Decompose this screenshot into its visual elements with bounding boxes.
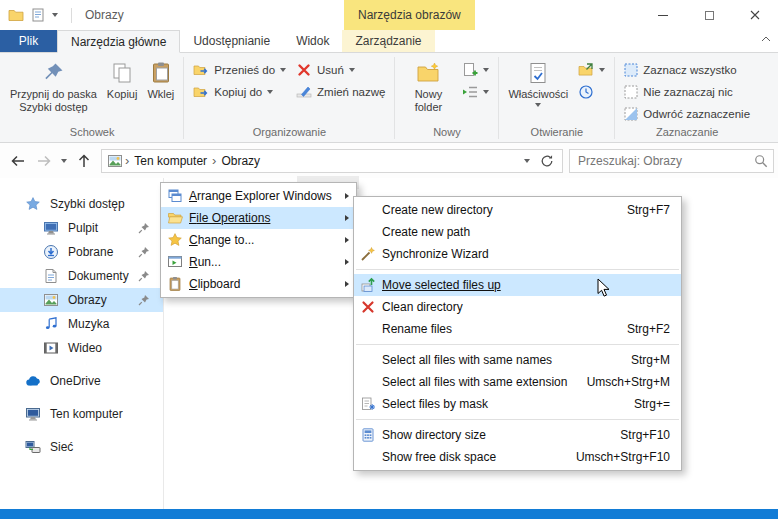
- submenu-item-rename-files[interactable]: Rename files Strg+F2: [354, 318, 681, 340]
- close-icon: [750, 10, 760, 20]
- submenu-item-move-selected-files-up[interactable]: Move selected files up: [354, 274, 681, 296]
- ribbon-group-new: Nowy folder Nowy: [396, 54, 497, 142]
- sidebar-item-this-pc[interactable]: Ten komputer: [0, 402, 163, 426]
- dropdown-arrow-icon: [267, 90, 273, 94]
- rename-button[interactable]: Zmień nazwę: [291, 81, 390, 103]
- move-to-button[interactable]: Przenieś do: [188, 59, 291, 81]
- ribbon: Przypnij do paskaSzybki dostęp Kopiuj Wk…: [0, 53, 778, 143]
- search-input[interactable]: [578, 154, 754, 168]
- pin-icon: [138, 294, 150, 306]
- folder-icon: [8, 7, 24, 23]
- desktop-icon: [43, 220, 59, 236]
- menu-item-run[interactable]: Run...: [161, 251, 356, 273]
- pictures-folder-icon: [107, 153, 123, 169]
- sidebar-item-quick-access[interactable]: Szybki dostęp: [0, 192, 163, 216]
- address-dropdown-button[interactable]: [517, 150, 537, 172]
- up-button[interactable]: [71, 149, 97, 173]
- wizard-wand-icon: [354, 246, 382, 262]
- select-all-button[interactable]: Zaznacz wszystko: [619, 59, 755, 81]
- sidebar-item-desktop[interactable]: Pulpit: [0, 216, 163, 240]
- back-button[interactable]: [5, 149, 31, 173]
- recent-locations-button[interactable]: [57, 149, 71, 173]
- submenu-item-create-new-directory[interactable]: Create new directory Strg+F7: [354, 199, 681, 221]
- refresh-button[interactable]: [537, 150, 557, 172]
- delete-button[interactable]: Usuń: [291, 59, 390, 81]
- submenu-item-show-directory-size[interactable]: Show directory size Strg+F10: [354, 424, 681, 446]
- breadcrumb-pictures[interactable]: Obrazy: [218, 154, 263, 168]
- copy-to-button[interactable]: Kopiuj do: [188, 81, 291, 103]
- sidebar-item-downloads[interactable]: Pobrane: [0, 240, 163, 264]
- properties-button[interactable]: Właściwości: [503, 57, 573, 107]
- submenu-item-create-new-path[interactable]: Create new path: [354, 221, 681, 243]
- chevron-down-icon: [524, 159, 530, 163]
- sidebar-item-onedrive[interactable]: OneDrive: [0, 369, 163, 393]
- search-icon: [754, 154, 768, 168]
- submenu-item-select-all-same-extension[interactable]: Select all files with same extension Ums…: [354, 371, 681, 393]
- dropdown-arrow-icon: [483, 68, 489, 72]
- menu-item-change-to[interactable]: Change to...: [161, 229, 356, 251]
- collapse-ribbon-button[interactable]: [761, 36, 771, 42]
- submenu-item-select-all-same-names[interactable]: Select all files with same names Strg+M: [354, 349, 681, 371]
- history-button[interactable]: [573, 81, 610, 103]
- submenu-item-show-free-disk-space[interactable]: Show free disk space Umsch+Strg+F10: [354, 446, 681, 468]
- properties-sheet-icon[interactable]: [30, 7, 46, 23]
- select-none-icon: [624, 85, 638, 99]
- tab-manage[interactable]: Zarządzanie: [342, 30, 434, 52]
- contextual-tab-badge: Narzędzia obrazów: [344, 0, 475, 30]
- tab-file[interactable]: Plik: [0, 30, 57, 52]
- minimize-button[interactable]: [640, 0, 686, 30]
- copy-button[interactable]: Kopiuj: [102, 57, 143, 101]
- dropdown-arrow-icon: [483, 90, 489, 94]
- pin-to-quick-access-button[interactable]: Przypnij do paskaSzybki dostęp: [5, 57, 102, 114]
- submenu-item-synchronize-wizard[interactable]: Synchronize Wizard: [354, 243, 681, 265]
- minimize-icon: [658, 15, 668, 16]
- menu-item-file-operations[interactable]: File Operations: [161, 207, 356, 229]
- menu-item-clipboard[interactable]: Clipboard: [161, 273, 356, 295]
- tab-home[interactable]: Narzędzia główne: [57, 30, 180, 53]
- address-bar[interactable]: › Ten komputer › Obrazy: [101, 149, 563, 173]
- submenu-item-select-files-by-mask[interactable]: Select files by mask Strg+=: [354, 393, 681, 415]
- sidebar-item-music[interactable]: Muzyka: [0, 312, 163, 336]
- invert-selection-button[interactable]: Odwróć zaznaczenie: [619, 103, 755, 125]
- new-folder-icon: [416, 61, 440, 85]
- submenu-item-clean-directory[interactable]: Clean directory: [354, 296, 681, 318]
- red-x-icon: [354, 299, 382, 315]
- sidebar-item-videos[interactable]: Wideo: [0, 336, 163, 360]
- sidebar-item-network[interactable]: Sieć: [0, 435, 163, 459]
- easy-access-icon: [462, 84, 478, 100]
- maximize-button[interactable]: [686, 0, 732, 30]
- tab-share[interactable]: Udostępnianie: [180, 30, 283, 52]
- history-icon: [578, 84, 594, 100]
- quick-access-toolbar: Obrazy: [0, 7, 124, 23]
- submenu-arrow-icon: [345, 281, 349, 287]
- paste-button[interactable]: Wklej: [142, 57, 179, 101]
- dropdown-arrow-icon: [349, 68, 355, 72]
- properties-icon: [526, 61, 550, 85]
- group-separator: [183, 57, 184, 139]
- clipboard-icon: [161, 276, 189, 292]
- easy-access-button[interactable]: [457, 81, 494, 103]
- pushpin-icon: [41, 61, 65, 85]
- submenu-arrow-icon: [345, 237, 349, 243]
- menu-item-arrange-explorer-windows[interactable]: Arrange Explorer Windows: [161, 185, 356, 207]
- documents-icon: [43, 268, 59, 284]
- group-label-new: Nowy: [396, 125, 497, 142]
- new-item-button[interactable]: [457, 59, 494, 81]
- open-button[interactable]: [573, 59, 610, 81]
- run-window-icon: [161, 254, 189, 270]
- tab-view[interactable]: Widok: [283, 30, 342, 52]
- music-icon: [43, 316, 59, 332]
- select-none-button[interactable]: Nie zaznaczaj nic: [619, 81, 755, 103]
- quick-access-star-icon: [25, 196, 41, 212]
- group-label-select: Zaznaczanie: [616, 125, 758, 142]
- forward-button[interactable]: [31, 149, 57, 173]
- customize-quick-access-icon[interactable]: [52, 13, 58, 17]
- paste-icon: [149, 61, 173, 85]
- copy-icon: [110, 61, 134, 85]
- close-button[interactable]: [732, 0, 778, 30]
- search-box[interactable]: [569, 149, 774, 173]
- sidebar-item-pictures[interactable]: Obrazy: [0, 288, 163, 312]
- sidebar-item-documents[interactable]: Dokumenty: [0, 264, 163, 288]
- breadcrumb-this-pc[interactable]: Ten komputer: [131, 154, 210, 168]
- new-folder-button[interactable]: Nowy folder: [399, 57, 457, 114]
